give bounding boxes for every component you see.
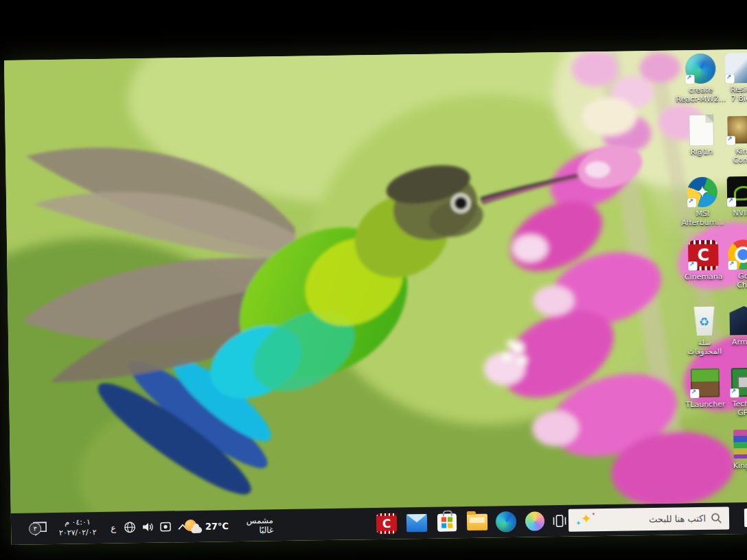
clock-date: ٢٠٢٧/٠٢/٠٢ — [59, 528, 97, 539]
desktop-wallpaper: create React-MW2... R@1n MSI Afterburn..… — [4, 49, 747, 513]
language-indicator[interactable]: ع — [106, 512, 122, 544]
icon-label: سلة — [698, 338, 711, 347]
icon-label: Kingdo — [733, 461, 747, 471]
icon-label: Afterburn... — [681, 218, 724, 227]
icon-label: NVID — [733, 209, 747, 218]
task-view-icon — [552, 514, 567, 528]
sun-cloud-weather-icon — [184, 518, 202, 535]
network-tray-button[interactable] — [121, 511, 139, 543]
icon-label: Com — [733, 156, 747, 165]
shortcut-arrow-icon — [726, 136, 735, 145]
copilot-icon — [525, 511, 544, 530]
monitor-photo: create React-MW2... R@1n MSI Afterburn..… — [0, 0, 747, 560]
kingdom-stack-icon — [733, 430, 747, 459]
taskbar-app-file-explorer[interactable] — [463, 506, 492, 539]
recycle-bin-icon — [693, 307, 715, 336]
mail-icon — [406, 514, 427, 532]
icon-label: R@1n — [691, 148, 713, 156]
cinemana-taskbar-icon: C — [376, 513, 397, 534]
shortcut-arrow-icon — [730, 388, 739, 397]
file-icon — [689, 115, 714, 147]
weather-condition: مشمس غالبًا — [233, 515, 273, 535]
desktop-icon-armoury[interactable]: Armou — [715, 304, 747, 347]
shortcut-arrow-icon — [687, 198, 696, 207]
icon-label: MSI — [696, 209, 709, 218]
icon-label: create — [689, 86, 713, 95]
display-app-icon — [159, 520, 172, 533]
search-input[interactable] — [568, 506, 729, 531]
shortcut-arrow-icon — [688, 261, 697, 270]
icon-label: TechPo — [733, 399, 747, 409]
desktop-icon-google-chrome[interactable]: Go Chr — [714, 238, 747, 290]
taskbar-app-copilot[interactable] — [521, 505, 549, 537]
icon-label: 7 Bio — [731, 94, 747, 103]
taskbar-app-store[interactable] — [433, 506, 461, 539]
icon-label: Kin — [735, 147, 747, 156]
clock-time: ٠٤:٠١ م — [65, 517, 91, 528]
icon-label: Armou — [732, 338, 747, 347]
icon-label: GPU — [737, 408, 747, 417]
shortcut-arrow-icon — [725, 74, 734, 83]
armoury-icon — [729, 306, 747, 336]
microsoft-store-icon — [437, 513, 457, 531]
shortcut-arrow-icon — [685, 75, 694, 84]
display-app-tray-button[interactable] — [157, 511, 175, 542]
globe-network-icon — [124, 521, 136, 533]
weather-widget[interactable]: 27°C مشمس غالبًا — [184, 509, 274, 542]
desktop-icon-resident-evil-7[interactable]: Resid 7 Bio — [711, 51, 747, 104]
taskbar-search-box[interactable] — [568, 506, 729, 531]
language-label: ع — [111, 522, 116, 533]
wallpaper-hummingbird-art — [4, 49, 747, 513]
shortcut-arrow-icon — [728, 261, 737, 270]
icon-label: Go — [738, 272, 747, 281]
taskbar-app-cinemana[interactable]: C — [373, 508, 401, 540]
shortcut-arrow-icon — [727, 198, 736, 207]
edge-taskbar-icon — [496, 511, 516, 532]
search-magnifier-icon — [711, 513, 722, 527]
icon-label: Resid — [731, 85, 747, 94]
volume-icon — [141, 521, 154, 533]
taskbar-clock[interactable]: ٠٤:٠١ م ٢٠٢٧/٠٢/٠٢ — [49, 512, 106, 544]
start-button[interactable] — [744, 509, 747, 527]
desktop-icon-kingdom-stack[interactable]: Kingdo — [717, 428, 747, 471]
file-explorer-icon — [467, 514, 487, 530]
taskbar-app-mail[interactable] — [403, 507, 431, 539]
weather-temperature: 27°C — [205, 521, 229, 532]
icon-label: Chr — [737, 281, 747, 290]
taskbar-app-edge[interactable] — [492, 506, 520, 538]
volume-tray-button[interactable] — [139, 511, 157, 543]
windows-desktop-screen: create React-MW2... R@1n MSI Afterburn..… — [4, 49, 747, 545]
desktop-icon-kingdom-come[interactable]: Kin Com — [712, 113, 747, 165]
desktop-icon-techpowerup-gpuz[interactable]: TechPo GPU — [716, 366, 747, 418]
task-view-button[interactable] — [550, 505, 570, 537]
desktop-icon-nvidia[interactable]: NVID — [713, 175, 747, 218]
shortcut-arrow-icon — [690, 389, 699, 398]
icon-label: المحذوفات — [687, 347, 722, 357]
